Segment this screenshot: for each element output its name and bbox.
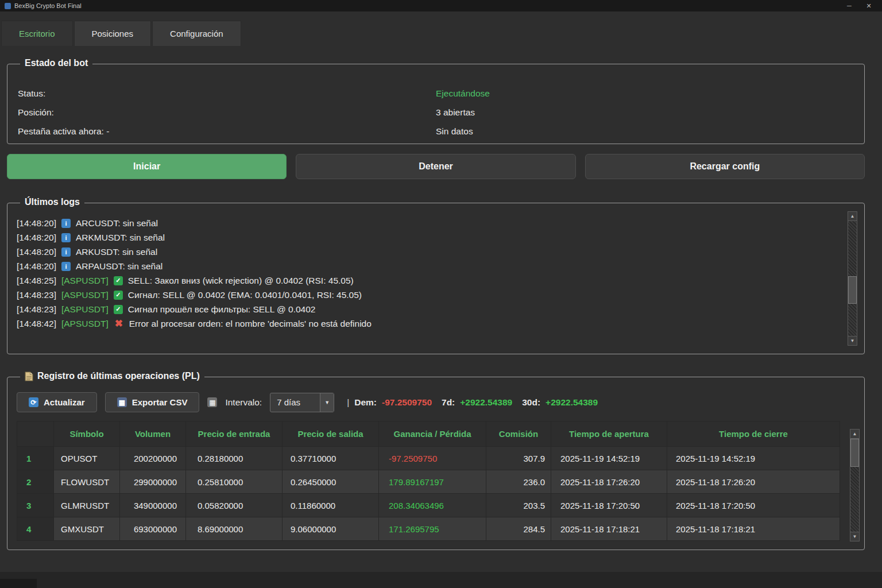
dem-label: Dem:	[354, 397, 377, 408]
column-header[interactable]: Precio de salida	[283, 421, 379, 447]
intervalo-select[interactable]: 7 días ▼	[270, 393, 334, 412]
cell-ganancia: 179.89167197	[379, 470, 486, 494]
d30-label: 30d:	[522, 397, 540, 408]
log-text: Сигнал: SELL @ 0.0402 (EMA: 0.0401/0.040…	[128, 290, 362, 300]
logs-scrollbar[interactable]: ▲ ▼	[848, 211, 857, 346]
cell-volumen: 200200000	[120, 447, 186, 470]
log-line: [14:48:20] i ARKUSDT: sin señal	[17, 245, 832, 259]
minimize-button[interactable]: ─	[840, 2, 859, 9]
column-header[interactable]: Ganancia / Pérdida	[379, 421, 486, 447]
posicion-label: Posición:	[18, 107, 436, 118]
cell-comision: 203.5	[486, 494, 551, 517]
cell-cierre: 2025-11-18 17:26:20	[667, 470, 840, 494]
log-text: Сигнал прошёл все фильтры: SELL @ 0.0402	[128, 304, 316, 315]
recargar-config-button[interactable]: Recargar config	[585, 154, 865, 179]
chevron-down-icon[interactable]: ▼	[320, 393, 334, 412]
tab-escritorio[interactable]: Escritorio	[1, 21, 73, 46]
actualizar-button[interactable]: ⟳ Actualizar	[17, 392, 97, 412]
posicion-row: Posición: 3 abiertas	[18, 103, 854, 122]
cell-ganancia: 208.34063496	[379, 494, 486, 517]
intervalo-value: 7 días	[270, 393, 320, 412]
tab-configuracion[interactable]: Configuración	[152, 21, 241, 46]
estado-del-bot-panel: Estado del bot Status: Ejecutándose Posi…	[7, 64, 865, 144]
cell-comision: 236.0	[486, 470, 551, 494]
log-text: ARKUSDT: sin señal	[76, 247, 157, 257]
cell-salida: 9.06000000	[283, 517, 379, 541]
log-time: [14:48:42]	[17, 319, 56, 329]
close-button[interactable]: ✕	[859, 2, 879, 10]
log-line: [14:48:20] i ARPAUSDT: sin señal	[17, 259, 832, 273]
control-buttons: Iniciar Detener Recargar config	[7, 154, 865, 179]
log-time: [14:48:23]	[17, 304, 56, 315]
operaciones-table: SímboloVolumenPrecio de entradaPrecio de…	[17, 421, 840, 541]
cell-salida: 0.37710000	[283, 447, 379, 470]
scroll-up-icon[interactable]: ▲	[850, 429, 860, 439]
document-icon	[25, 372, 33, 381]
cell-ganancia: -97.2509750	[379, 447, 486, 470]
column-header[interactable]: Comisión	[486, 421, 551, 447]
scroll-down-icon[interactable]: ▼	[848, 336, 857, 346]
pl-summary: | Dem: -97.2509750 7d: +2922.54389 30d: …	[347, 397, 602, 408]
ultimos-logs-panel: Últimos logs [14:48:20] i ARCUSDT: sin s…	[7, 203, 865, 354]
table-scrollbar-thumb[interactable]	[850, 439, 859, 467]
iniciar-button[interactable]: Iniciar	[7, 154, 287, 179]
exportar-label: Exportar CSV	[132, 397, 188, 407]
title-bar: BexBig Crypto Bot Final ─ ✕	[0, 0, 882, 11]
log-time: [14:48:23]	[17, 290, 56, 300]
info-icon: i	[61, 219, 71, 228]
intervalo-label: Intervalo:	[225, 397, 262, 408]
cell-apertura: 2025-11-18 17:18:21	[551, 517, 667, 541]
registro-title-row: Registro de últimas operaciones (PL)	[20, 371, 204, 381]
exportar-csv-button[interactable]: ▦ Exportar CSV	[105, 392, 200, 412]
check-icon: ✓	[114, 276, 123, 285]
log-line: [14:48:25] [ASPUSDT] ✓ SELL: Закол вниз …	[17, 273, 832, 288]
cell-cierre: 2025-11-18 17:20:50	[667, 494, 840, 517]
app-icon	[5, 3, 11, 9]
cell-comision: 284.5	[486, 517, 551, 541]
cell-entrada: 0.25810000	[186, 470, 283, 494]
log-tag: [APSUSDT]	[61, 319, 109, 329]
table-row[interactable]: 3GLMRUSDT3490000000.058200000.1186000020…	[17, 494, 840, 517]
cell-salida: 0.11860000	[283, 494, 379, 517]
logs-scrollbar-track[interactable]	[848, 221, 857, 336]
log-line: [14:48:42] [APSUSDT] ✖ Error al procesar…	[17, 316, 832, 331]
column-header[interactable]: Precio de entrada	[186, 421, 283, 447]
log-time: [14:48:20]	[17, 218, 56, 229]
table-scrollbar-track[interactable]	[850, 439, 860, 532]
tab-bar: Escritorio Posiciones Configuración	[0, 11, 882, 46]
log-line: [14:48:23] [ASPUSDT] ✓ Сигнал: SELL @ 0.…	[17, 288, 832, 302]
log-text: ARCUSDT: sin señal	[76, 218, 158, 229]
table-row[interactable]: 1OPUSOT2002000000.281800000.37710000-97.…	[17, 447, 840, 470]
cell-volumen: 349000000	[120, 494, 186, 517]
cell-simbolo: OPUSOT	[54, 447, 120, 470]
cell-simbolo: GMXUSDT	[54, 517, 120, 541]
status-label: Status:	[18, 88, 436, 99]
column-header[interactable]: Tiempo de apertura	[551, 421, 667, 447]
status-value: Ejecutándose	[436, 88, 854, 99]
log-tag: [ASPUSDT]	[61, 304, 109, 315]
table-header-row: SímboloVolumenPrecio de entradaPrecio de…	[17, 421, 840, 447]
cell-simbolo: FLOWUSDT	[54, 470, 120, 494]
logs-scrollbar-thumb[interactable]	[848, 276, 857, 304]
window-footer	[0, 572, 882, 588]
log-time: [14:48:25]	[17, 276, 56, 286]
cell-entrada: 0.28180000	[186, 447, 283, 470]
log-line: [14:48:20] i ARCUSDT: sin señal	[17, 216, 832, 230]
calendar-icon: ▦	[207, 397, 217, 407]
column-header[interactable]: Símbolo	[54, 421, 120, 447]
scroll-down-icon[interactable]: ▼	[850, 532, 860, 541]
column-header[interactable]: Volumen	[120, 421, 186, 447]
tab-posiciones[interactable]: Posiciones	[74, 21, 152, 46]
detener-button[interactable]: Detener	[296, 154, 575, 179]
table-row[interactable]: 4GMXUSDT6930000008.690000009.06000000171…	[17, 517, 840, 541]
registro-title: Registro de últimas operaciones (PL)	[37, 371, 200, 381]
log-text: SELL: Закол вниз (wick rejection) @ 0.04…	[128, 276, 354, 286]
column-header[interactable]: Tiempo de cierre	[667, 421, 840, 447]
cell-cierre: 2025-11-19 14:52:19	[667, 447, 840, 470]
table-row[interactable]: 2FLOWUSDT2990000000.258100000.2645000017…	[17, 470, 840, 494]
pestana-value: Sin datos	[436, 126, 854, 137]
table-scrollbar[interactable]: ▲ ▼	[850, 429, 860, 541]
info-icon: i	[61, 262, 71, 271]
cell-comision: 307.9	[486, 447, 551, 470]
scroll-up-icon[interactable]: ▲	[848, 211, 857, 221]
